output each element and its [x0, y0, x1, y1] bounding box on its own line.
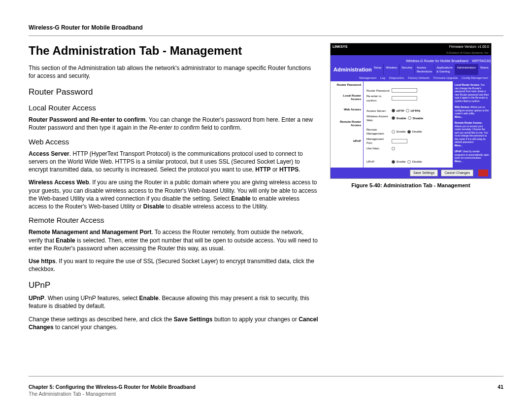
intro-para: This section of the Administration tab a…	[29, 64, 318, 80]
tab-status[interactable]: Status	[478, 64, 491, 75]
subsection-local-access: Local Router Access	[29, 103, 318, 113]
page-number: 41	[498, 383, 503, 390]
figure-screenshot: LINKSYS Firmware Version: v1.00.0 A Divi…	[330, 43, 492, 179]
waw-enable[interactable]	[392, 116, 395, 120]
usehttps-check[interactable]	[392, 147, 395, 150]
para-use-https: Use https. If you want to require the us…	[29, 257, 318, 273]
doc-header: Wireless-G Router for Mobile Broadband	[29, 24, 503, 32]
router-section-title: Administration	[333, 66, 372, 75]
figure-caption: Figure 5-40: Administration Tab - Manage…	[330, 182, 492, 189]
para-upnp: UPnP. When using UPnP features, select E…	[29, 294, 318, 310]
router-brand: LINKSYS	[332, 44, 347, 49]
cancel-changes-button[interactable]: Cancel Changes	[441, 170, 473, 176]
router-password-input[interactable]	[392, 88, 417, 93]
rm-enable[interactable]	[392, 130, 395, 134]
footer-chapter: Chapter 5: Configuring the Wireless-G Ro…	[29, 383, 196, 390]
main-text: The Administration Tab - Management This…	[29, 43, 318, 336]
router-subtabs: Management Log Diagnostics Factory Defau…	[331, 75, 491, 81]
tab-security[interactable]: Security	[399, 64, 415, 75]
waw-disable[interactable]	[408, 116, 411, 120]
mgmt-port-input[interactable]	[392, 139, 407, 143]
router-fw: Firmware Version: v1.00.0	[449, 44, 489, 49]
page-title: The Administration Tab - Management	[29, 43, 318, 59]
subsection-web-access: Web Access	[29, 137, 318, 147]
tab-setup[interactable]: Setup	[372, 64, 384, 75]
upnp-enable[interactable]	[392, 160, 395, 164]
tab-wireless[interactable]: Wireless	[384, 64, 399, 75]
footer-subtitle: The Administration Tab - Management	[29, 390, 503, 397]
router-product: Wireless-G Router for Mobile Broadband	[406, 59, 468, 63]
http-radio[interactable]	[392, 109, 395, 112]
para-password: Router Password and Re-enter to confirm.…	[29, 116, 318, 132]
cisco-logo	[478, 170, 488, 176]
tab-access[interactable]: Access Restrictions	[415, 64, 434, 75]
router-help-panel: Local Router Access: You can change the …	[453, 81, 491, 168]
tab-admin[interactable]: Administration	[455, 64, 478, 75]
router-reenter-input[interactable]	[392, 96, 417, 101]
router-tabs: Setup Wireless Security Access Restricti…	[372, 64, 491, 75]
para-wireless-access: Wireless Access Web. If you are using th…	[29, 178, 318, 210]
upnp-disable[interactable]	[407, 160, 411, 164]
section-router-password: Router Password	[29, 87, 318, 98]
router-form: Router Password: Re-enter to confirm: Ac…	[364, 81, 453, 168]
save-settings-button[interactable]: Save Settings	[410, 170, 438, 176]
para-remote-mgmt: Remote Management and Management Port. T…	[29, 228, 318, 252]
https-radio[interactable]	[406, 109, 409, 112]
tab-apps[interactable]: Applications & Gaming	[434, 64, 455, 75]
divider	[29, 35, 503, 36]
page-footer: Chapter 5: Configuring the Wireless-G Ro…	[29, 376, 503, 397]
rm-disable[interactable]	[407, 130, 411, 134]
router-leftnav: Router Password Local Router Access Web …	[331, 81, 364, 168]
router-model: WRT54G3G	[472, 59, 491, 63]
para-access-server: Access Server. HTTP (HyperText Transport…	[29, 150, 318, 174]
router-subbrand: A Division of Cisco Systems, Inc.	[331, 50, 491, 55]
para-save-cancel: Change these settings as described here,…	[29, 315, 318, 331]
section-upnp: UPnP	[29, 280, 318, 291]
subsection-remote-access: Remote Router Access	[29, 215, 318, 225]
